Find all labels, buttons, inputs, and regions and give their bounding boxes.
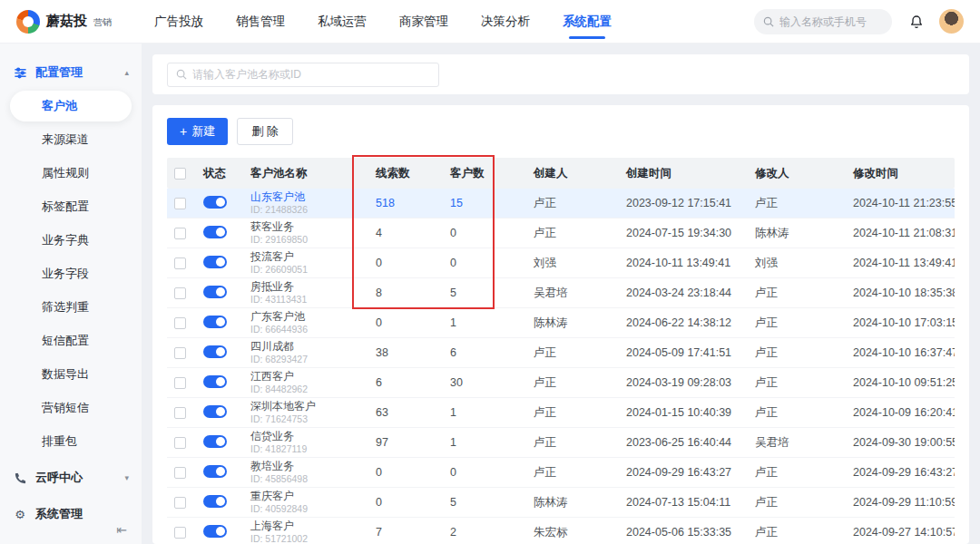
chevron-up-icon[interactable]: ▴ xyxy=(124,68,129,77)
pool-name[interactable]: 房抵业务 xyxy=(250,280,365,293)
table-row[interactable]: 上海客户 ID: 51721002 7 2 朱宏标 2024-05-06 15:… xyxy=(167,518,955,544)
status-toggle[interactable] xyxy=(203,345,227,358)
sidebar-item[interactable]: 数据导出 xyxy=(10,359,132,390)
customers-count[interactable]: 0 xyxy=(445,466,528,479)
sidebar-group-callcenter[interactable]: 云呼中心 ▾ xyxy=(0,460,142,496)
pool-name[interactable]: 山东客户池 xyxy=(250,190,365,203)
pool-name[interactable]: 教培业务 xyxy=(250,460,365,472)
customers-count[interactable]: 0 xyxy=(445,257,528,269)
pool-filter-input[interactable] xyxy=(192,68,430,81)
sidebar-item[interactable]: 来源渠道 xyxy=(10,124,132,155)
sidebar-item[interactable]: 短信配置 xyxy=(10,325,132,356)
status-toggle[interactable] xyxy=(203,256,227,268)
sidebar-item[interactable]: 标签配置 xyxy=(10,191,132,222)
status-toggle[interactable] xyxy=(203,286,227,298)
leads-count[interactable]: 8 xyxy=(370,287,445,299)
customers-count[interactable]: 15 xyxy=(445,197,528,209)
global-search[interactable] xyxy=(754,9,892,34)
leads-count[interactable]: 0 xyxy=(370,466,445,479)
topnav-item[interactable]: 决策分析 xyxy=(481,0,530,44)
row-checkbox[interactable] xyxy=(174,377,186,389)
status-toggle[interactable] xyxy=(203,375,227,388)
customers-count[interactable]: 1 xyxy=(445,436,528,449)
status-toggle[interactable] xyxy=(203,495,227,508)
table-row[interactable]: 山东客户池 ID: 21488326 518 15 卢正 2023-09-12 … xyxy=(167,189,955,219)
pool-name[interactable]: 四川成都 xyxy=(250,340,365,353)
row-checkbox[interactable] xyxy=(174,347,186,359)
sidebar-item[interactable]: 业务字典 xyxy=(10,225,132,256)
leads-count[interactable]: 0 xyxy=(370,257,445,269)
customers-count[interactable]: 1 xyxy=(445,406,528,419)
topnav-item[interactable]: 销售管理 xyxy=(236,0,285,44)
pool-name[interactable]: 深圳本地客户 xyxy=(250,400,365,413)
sidebar-item[interactable]: 业务字段 xyxy=(10,258,132,289)
leads-count[interactable]: 0 xyxy=(370,316,445,329)
status-toggle[interactable] xyxy=(203,465,227,478)
leads-count[interactable]: 6 xyxy=(370,376,445,389)
table-row[interactable]: 深圳本地客户 ID: 71624753 63 1 卢正 2024-01-15 1… xyxy=(167,398,955,428)
pool-name[interactable]: 获客业务 xyxy=(250,220,365,233)
pool-name[interactable]: 信贷业务 xyxy=(250,430,365,442)
user-avatar[interactable] xyxy=(939,9,964,34)
table-row[interactable]: 投流客户 ID: 26609051 0 0 刘强 2024-10-11 13:4… xyxy=(167,248,955,278)
customers-count[interactable]: 2 xyxy=(445,526,528,539)
row-checkbox[interactable] xyxy=(174,287,186,299)
row-checkbox[interactable] xyxy=(174,257,186,269)
row-checkbox[interactable] xyxy=(174,228,186,239)
row-checkbox[interactable] xyxy=(174,527,186,539)
status-toggle[interactable] xyxy=(203,226,227,238)
leads-count[interactable]: 38 xyxy=(370,346,445,359)
sidebar-item[interactable]: 排重包 xyxy=(10,426,132,457)
row-checkbox[interactable] xyxy=(174,407,186,419)
notification-bell-icon[interactable] xyxy=(906,12,926,32)
sidebar-group-config[interactable]: 配置管理 ▴ xyxy=(0,54,142,91)
topnav-item[interactable]: 私域运营 xyxy=(318,0,367,44)
table-row[interactable]: 广东客户池 ID: 66644936 0 1 陈林涛 2024-06-22 14… xyxy=(167,308,955,338)
leads-count[interactable]: 63 xyxy=(370,406,445,419)
sidebar-item[interactable]: 属性规则 xyxy=(10,158,132,189)
leads-count[interactable]: 4 xyxy=(370,227,445,239)
pool-name[interactable]: 投流客户 xyxy=(250,250,365,263)
global-search-input[interactable] xyxy=(779,15,883,28)
sidebar-item[interactable]: 筛选判重 xyxy=(10,292,132,323)
customers-count[interactable]: 5 xyxy=(445,287,528,299)
status-toggle[interactable] xyxy=(203,196,227,209)
topnav-item[interactable]: 广告投放 xyxy=(154,0,203,44)
pool-filter[interactable] xyxy=(167,63,439,87)
pool-name[interactable]: 江西客户 xyxy=(250,370,365,383)
table-row[interactable]: 江西客户 ID: 84482962 6 30 卢正 2024-03-19 09:… xyxy=(167,368,955,398)
table-row[interactable]: 房抵业务 ID: 43113431 8 5 吴君培 2024-03-24 23:… xyxy=(167,278,955,308)
pool-name[interactable]: 重庆客户 xyxy=(250,490,365,502)
topnav-item[interactable]: 系统配置 xyxy=(563,0,612,44)
leads-count[interactable]: 518 xyxy=(370,197,445,209)
table-row[interactable]: 教培业务 ID: 45856498 0 0 卢正 2024-09-29 16:4… xyxy=(167,458,955,488)
row-checkbox[interactable] xyxy=(174,198,186,209)
pool-name[interactable]: 广东客户池 xyxy=(250,310,365,323)
row-checkbox[interactable] xyxy=(174,317,186,329)
collapse-sidebar-icon[interactable]: ⇤ xyxy=(116,522,127,537)
customers-count[interactable]: 1 xyxy=(445,316,528,329)
row-checkbox[interactable] xyxy=(174,437,186,449)
table-row[interactable]: 重庆客户 ID: 40592849 0 5 陈林涛 2024-07-13 15:… xyxy=(167,488,955,518)
sidebar-item[interactable]: 客户池 xyxy=(10,91,132,121)
customers-count[interactable]: 0 xyxy=(445,227,528,239)
status-toggle[interactable] xyxy=(203,525,227,538)
chevron-down-icon[interactable]: ▾ xyxy=(124,473,129,482)
topnav-item[interactable]: 商家管理 xyxy=(399,0,448,44)
leads-count[interactable]: 0 xyxy=(370,496,445,509)
status-toggle[interactable] xyxy=(203,435,227,448)
table-row[interactable]: 获客业务 ID: 29169850 4 0 卢正 2024-07-15 19:3… xyxy=(167,219,955,248)
customers-count[interactable]: 5 xyxy=(445,496,528,509)
status-toggle[interactable] xyxy=(203,405,227,418)
leads-count[interactable]: 97 xyxy=(370,436,445,449)
sidebar-item[interactable]: 营销短信 xyxy=(10,393,132,423)
table-row[interactable]: 信贷业务 ID: 41827119 97 1 卢正 2023-06-25 16:… xyxy=(167,428,955,458)
row-checkbox[interactable] xyxy=(174,497,186,509)
customers-count[interactable]: 30 xyxy=(445,376,528,389)
status-toggle[interactable] xyxy=(203,316,227,328)
row-checkbox[interactable] xyxy=(174,467,186,479)
delete-button[interactable]: 删 除 xyxy=(237,118,293,145)
pool-name[interactable]: 上海客户 xyxy=(250,520,365,532)
create-button[interactable]: + 新建 xyxy=(167,118,228,145)
customers-count[interactable]: 6 xyxy=(445,346,528,359)
